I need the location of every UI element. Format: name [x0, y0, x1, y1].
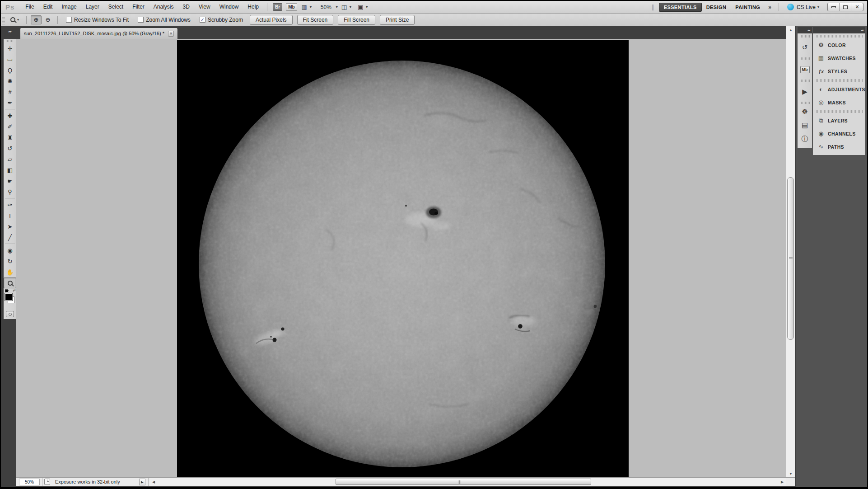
tools-panel-collapse-button[interactable]: ▸▸ [4, 27, 16, 35]
dodge-tool[interactable]: ⚲ [4, 186, 16, 197]
status-message: Exposure works in 32-bit only [55, 479, 120, 484]
menu-select[interactable]: Select [104, 1, 128, 13]
lasso-tool[interactable]: Ϙ [4, 65, 16, 75]
gradient-tool[interactable]: ◧ [4, 165, 16, 175]
close-button[interactable]: ✕ [851, 3, 863, 11]
hand-tool[interactable]: ✋ [4, 267, 16, 277]
launch-mini-bridge-button[interactable]: Mb [286, 3, 297, 11]
pen-tool[interactable]: ✑ [4, 199, 16, 210]
pen-icon: ✑ [8, 202, 13, 208]
scroll-right-arrow[interactable]: ▶ [779, 478, 786, 486]
dodge-icon: ⚲ [8, 188, 12, 195]
workspace-design[interactable]: DESIGN [702, 3, 731, 11]
tab-close-button[interactable]: ✕ [168, 31, 174, 37]
panel-collapse-button[interactable]: ◂◂ [813, 27, 865, 33]
path-selection-tool[interactable]: ➤ [4, 221, 16, 232]
cs-live-button[interactable]: CS Live ▾ [787, 4, 819, 10]
menu-bar: Ps File Edit Image Layer Select Filter A… [1, 1, 867, 14]
swatches-panel-button[interactable]: ▦ SWATCHES [813, 52, 865, 65]
smudge-tool[interactable]: ☛ [4, 175, 16, 186]
eyedropper-tool[interactable]: ✒ [4, 97, 16, 108]
menu-filter[interactable]: Filter [128, 1, 149, 13]
workspace-overflow-button[interactable]: » [765, 4, 775, 10]
brush-tool[interactable]: ✐ [4, 121, 16, 132]
menu-file[interactable]: File [21, 1, 38, 13]
foreground-color-swatch[interactable] [5, 293, 12, 301]
history-panel-button[interactable]: ↺ [798, 38, 812, 56]
horizontal-scroll-thumb[interactable] [336, 479, 591, 485]
zoom-all-windows-checkbox[interactable]: Zoom All Windows [138, 17, 191, 23]
vertical-scrollbar[interactable]: ▲ ▼ [786, 26, 795, 477]
arrange-documents-button[interactable]: ◫ ▼ [341, 4, 352, 10]
screen-mode-button[interactable]: ▣ ▼ [358, 4, 369, 10]
icon-strip-collapse-button[interactable]: ◂◂ [798, 27, 812, 33]
launch-bridge-button[interactable]: Br [273, 3, 282, 11]
document-tab[interactable]: sun_20111226_LUNT152_DISK_mosaic.jpg @ 5… [20, 28, 178, 39]
zoom-tool[interactable] [4, 277, 16, 288]
resize-windows-checkbox[interactable]: Resize Windows To Fit [66, 17, 129, 23]
vertical-scroll-thumb[interactable] [787, 177, 794, 340]
color-panel-button[interactable]: ❂ COLOR [813, 38, 865, 52]
menu-layer[interactable]: Layer [81, 1, 104, 13]
zoom-out-mode-button[interactable]: ⊖ [42, 15, 53, 24]
move-tool[interactable]: ✛ [4, 43, 16, 54]
history-brush-tool[interactable]: ↺ [4, 143, 16, 154]
type-tool[interactable]: T [4, 210, 16, 221]
workspace-essentials[interactable]: ESSENTIALS [659, 3, 702, 12]
workspace-painting[interactable]: PAINTING [731, 3, 765, 11]
actual-pixels-button[interactable]: Actual Pixels [250, 15, 293, 25]
menu-analysis[interactable]: Analysis [149, 1, 178, 13]
menu-edit[interactable]: Edit [39, 1, 57, 13]
scroll-left-arrow[interactable]: ◀ [150, 478, 157, 486]
menu-3d[interactable]: 3D [178, 1, 194, 13]
rectangular-marquee-tool[interactable]: ▭ [4, 54, 16, 65]
3d-camera-rotate-tool[interactable]: ↻ [4, 256, 16, 267]
menu-window[interactable]: Window [215, 1, 243, 13]
quick-selection-tool[interactable]: ✺ [4, 75, 16, 86]
restore-button[interactable] [840, 3, 851, 11]
document-pasteboard[interactable] [16, 39, 786, 477]
status-expand-button[interactable]: ▶ [139, 479, 145, 485]
view-extras-button[interactable]: ▥ ▼ [302, 4, 313, 10]
move-icon: ✛ [8, 45, 13, 52]
layers-panel-button[interactable]: ⧉ LAYERS [813, 114, 865, 127]
menu-image[interactable]: Image [57, 1, 81, 13]
clone-stamp-tool[interactable]: ♜ [4, 132, 16, 143]
mini-bridge-panel-button[interactable]: Mb [798, 61, 812, 79]
scrubby-zoom-checkbox[interactable]: ✓ Scrubby Zoom [200, 17, 243, 23]
navigator-panel-button[interactable]: ▤ [798, 118, 812, 132]
menu-view[interactable]: View [194, 1, 215, 13]
horizontal-scrollbar[interactable]: ◀ ▶ [150, 478, 786, 486]
actions-panel-button[interactable]: ▶ [798, 83, 812, 101]
zoom-level-readout[interactable]: 50% [321, 4, 331, 10]
crop-tool[interactable]: # [4, 86, 16, 97]
tool-preset-picker[interactable]: ▾ [7, 17, 23, 22]
fit-screen-button[interactable]: Fit Screen [297, 15, 334, 25]
chevron-down-icon[interactable]: ▼ [335, 5, 339, 9]
image-canvas[interactable] [177, 40, 629, 477]
swap-colors-icon[interactable]: ⇄ [13, 288, 16, 292]
kuler-panel-button[interactable]: ☸ [798, 105, 812, 118]
eraser-tool[interactable]: ▱ [4, 154, 16, 165]
scroll-up-arrow[interactable]: ▲ [786, 26, 795, 33]
masks-panel-button[interactable]: ◎ MASKS [813, 96, 865, 109]
divider [5, 198, 15, 198]
3d-object-rotate-tool[interactable]: ◉ [4, 245, 16, 256]
paths-panel-button[interactable]: ∿ PATHS [813, 140, 865, 153]
info-panel-button[interactable]: ⓘ [798, 132, 812, 146]
line-tool[interactable]: ╱ [4, 232, 16, 243]
fill-screen-button[interactable]: Fill Screen [338, 15, 375, 25]
minimize-button[interactable] [828, 3, 840, 11]
default-colors-icon[interactable] [5, 289, 9, 293]
quick-mask-button[interactable] [6, 311, 14, 317]
scroll-down-arrow[interactable]: ▼ [786, 470, 795, 477]
print-size-button[interactable]: Print Size [380, 15, 415, 25]
zoom-in-mode-button[interactable]: ⊕ [31, 15, 42, 24]
status-zoom-field[interactable]: 50% [19, 479, 40, 485]
styles-panel-button[interactable]: ƒx STYLES [813, 65, 865, 78]
menu-help[interactable]: Help [243, 1, 263, 13]
spot-healing-brush-tool[interactable]: ✚ [4, 110, 16, 121]
adjustments-panel-button[interactable]: ◐ ADJUSTMENTS [813, 83, 865, 96]
zoom-tool-icon [10, 17, 15, 22]
channels-panel-button[interactable]: ◉ CHANNELS [813, 127, 865, 140]
